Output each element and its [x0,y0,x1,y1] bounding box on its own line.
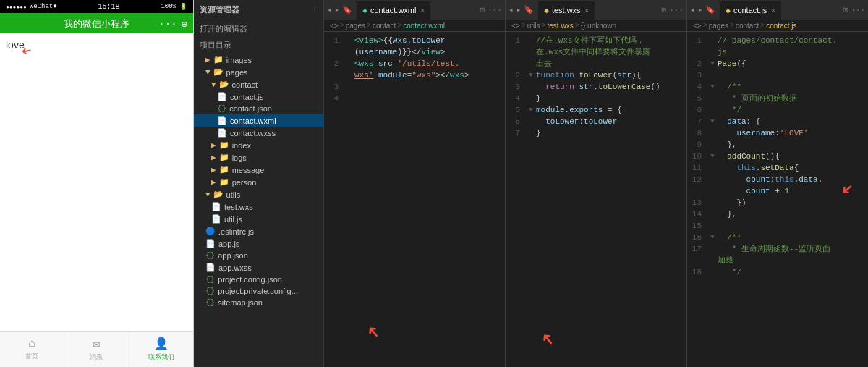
battery-label: 100% [161,3,176,10]
tree-item-contact-json[interactable]: {} contact.json [194,103,323,114]
js-line-14: 14 }, [687,208,868,220]
tab-contact[interactable]: 👤 联系我们 [129,332,193,367]
tab-home-label: 首页 [25,352,38,361]
util-js-icon: 📄 [211,214,221,224]
folder-icon-message: ▶ [211,165,216,174]
tab-js-close[interactable]: ✕ [771,7,775,14]
tree-item-project-config[interactable]: {} project.config.json [194,274,323,285]
tab-wxml-close[interactable]: ✕ [420,7,424,14]
tree-item-util-js[interactable]: 📄 util.js [194,213,323,225]
tree-label-images: images [226,56,252,64]
folder-icon-logs: ▶ [211,153,216,162]
tree-label-project-config: project.config.json [218,275,282,284]
open-editors-label[interactable]: 打开的编辑器 [194,20,323,37]
tab-home[interactable]: ⌂ 首页 [0,332,64,367]
js-line-7: 7 ▼ data: { [687,116,868,127]
tree-item-sitemap[interactable]: {} sitemap.json [194,297,323,308]
tree-label-message: message [232,166,265,174]
js-line-6: 6 */ [687,104,868,116]
bc-js-contact: contact [736,22,759,30]
tab-messages[interactable]: ✉ 消息 [64,332,129,367]
tab-wxs-close[interactable]: ✕ [585,7,589,14]
js-line-13: 13 }) [687,197,868,208]
red-arrow-wxml: ➜ [359,319,388,346]
split-icon-js[interactable]: ⊡ [843,5,848,14]
tab-wxs-label: test.wxs [552,6,581,14]
folder-open-icon-contact: 📂 [219,80,229,89]
tree-item-contact[interactable]: ▼ 📂 contact [194,78,323,90]
nav-forward-icon[interactable]: ▸ [335,5,340,14]
js-line-18: 18 */ [687,266,868,278]
tree-item-index[interactable]: ▶ 📁 index [194,139,323,151]
project-label[interactable]: 项目目录 [194,37,323,54]
nav-back-icon-wxs[interactable]: ◂ [509,5,514,14]
tree-item-app-json[interactable]: {} app.json [194,250,323,261]
tree-item-utils[interactable]: ▼ 📂 utils [194,188,323,201]
bookmark-icon-wxs[interactable]: 🔖 [524,5,534,14]
statusbar-left: ●●●●●● WeChat♥ [6,3,57,10]
editor-contact-js: ◂ ▸ 🔖 ◆ contact.js ✕ ⊡ ··· <> > pages > … [687,0,868,367]
tree-item-logs[interactable]: ▶ 📁 logs [194,151,323,164]
tree-item-test-wxs[interactable]: 📄 test.wxs [194,201,323,213]
tree-item-contact-js[interactable]: 📄 contact.js [194,90,323,103]
nav-back-icon-js[interactable]: ◂ [690,5,695,14]
folder-icon-person-img: 📁 [219,177,229,187]
tree-item-person[interactable]: ▶ 📁 person [194,176,323,188]
js-line-1b: js [687,46,868,58]
tree-item-eslint[interactable]: 🔵 .eslintrc.js [194,225,323,237]
split-icon-wxs[interactable]: ⊡ [662,5,667,14]
editor-content-js[interactable]: 1 // pages/contact/contact. js 2 ▼ Page(… [687,32,868,367]
js-line-4: 4 ▼ /** [687,81,868,93]
wxml-file-icon: 📄 [217,116,227,125]
tab-js-label: contact.js [733,6,767,14]
red-arrow-wxs: ➜ [534,326,563,353]
phone-footer[interactable]: ⌂ 首页 ✉ 消息 👤 联系我们 [0,331,193,367]
filetree-header: 资源管理器 + [194,0,323,20]
wxs-line-1: 1 //在.wxs文件下写如下代码， [506,35,686,46]
code-line-2b: wxs' module="wxs"></wxs> [324,69,505,81]
tree-item-contact-wxml[interactable]: 📄 contact.wxml [194,114,323,127]
folder-icon-index-img: 📁 [219,140,229,150]
bookmark-icon[interactable]: 🔖 [342,5,352,14]
wxs-file-icon: 📄 [211,202,221,211]
tree-label-person: person [232,178,257,187]
split-icon[interactable]: ⊡ [480,5,485,14]
more-icon-js[interactable]: ··· [851,6,865,14]
editor-content-wxs[interactable]: 1 //在.wxs文件下写如下代码， 在.wxs文件中同样要将文件暴露 出去 2… [506,32,686,367]
bc-wxs-utils: utils [527,22,540,30]
tab-contact-wxml[interactable]: ◆ contact.wxml ✕ [357,1,430,20]
js-line-2: 2 ▼ Page({ [687,58,868,69]
tree-item-app-js[interactable]: 📄 app.js [194,237,323,250]
filetree-add-icon[interactable]: + [312,5,318,15]
tree-item-pages[interactable]: ▼ 📂 pages [194,66,323,78]
tab-wxs-file-icon: ◆ [544,6,549,15]
more-icon-wxs[interactable]: ··· [669,6,684,14]
js-line-3: 3 [687,69,868,81]
tree-item-project-private[interactable]: {} project.private.config.... [194,285,323,297]
bc-wxs-filename: test.wxs [548,22,574,30]
js-line-1: 1 // pages/contact/contact. [687,35,868,46]
folder-icon-img: 📁 [213,55,224,64]
bc-wxs-nav: <> [511,22,520,30]
bookmark-icon-js[interactable]: 🔖 [705,5,715,14]
nav-back-icon[interactable]: ◂ [327,5,332,14]
tree-item-contact-wxss[interactable]: 📄 contact.wxss [194,127,323,139]
chevron-down-icon-contact: ▼ [211,80,216,89]
nav-forward-icon-js[interactable]: ▸ [698,5,703,14]
tree-item-images[interactable]: ▶ 📁 images [194,54,323,66]
tab-test-wxs[interactable]: ◆ test.wxs ✕ [538,1,595,20]
message-icon: ✉ [93,337,101,351]
proj-private-icon: {} [205,287,215,295]
nav-forward-icon-wxs[interactable]: ▸ [516,5,522,14]
bc-wxs-unknown: {} unknown [581,22,617,30]
tree-item-app-wxss[interactable]: 📄 app.wxss [194,261,323,274]
tab-bar-wxs: ◂ ▸ 🔖 ◆ test.wxs ✕ ⊡ ··· [506,0,686,20]
tree-item-message[interactable]: ▶ 📁 message [194,164,323,176]
bc-js-pages: pages [709,22,728,30]
tab-contact-label: 联系我们 [148,353,174,362]
tab-contact-js[interactable]: ◆ contact.js ✕ [720,1,781,20]
more-icon[interactable]: ··· [488,6,502,14]
folder-icon: ▶ [205,55,210,64]
editor-content-wxml[interactable]: 1 <view>{{wxs.toLower (username)}}</view… [324,32,505,367]
dot-file-icon: 🔵 [205,227,216,236]
